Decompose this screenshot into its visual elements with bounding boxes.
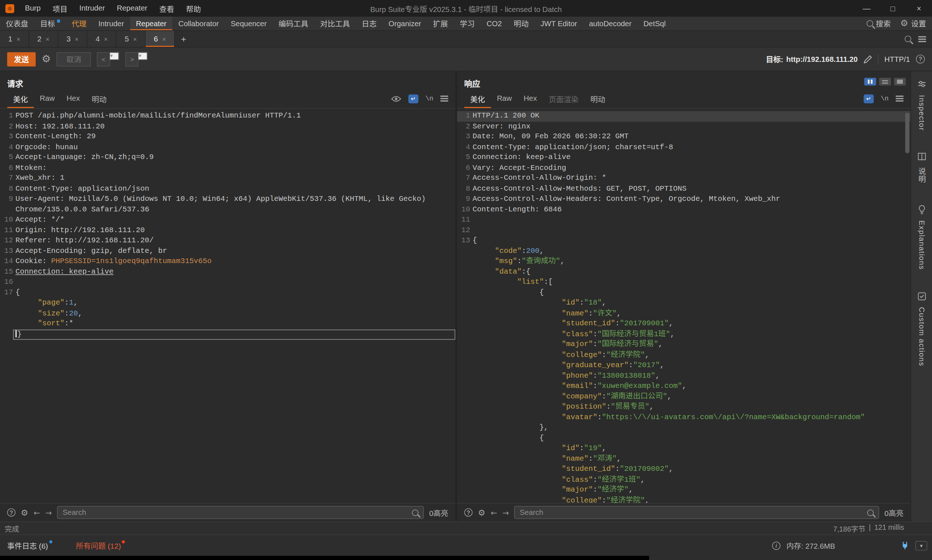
editor-line[interactable]: 10Content-Length: 6846 [457, 205, 910, 215]
editor-line[interactable]: } [0, 329, 455, 340]
editor-line[interactable]: "email":"xuwen@example.com", [457, 382, 910, 392]
editor-line[interactable]: 6Mtoken: [0, 163, 455, 174]
main-tab-sequencer[interactable]: Sequencer [225, 17, 272, 31]
repeater-tab-4[interactable]: 4× [87, 31, 117, 47]
main-tab-organizer[interactable]: Organizer [383, 17, 427, 31]
main-tab-extensions[interactable]: 扩展 [427, 17, 454, 31]
editor-line[interactable]: "data":{ [457, 267, 910, 278]
editor-line[interactable]: 13{ [457, 236, 910, 246]
main-tab-intruder[interactable]: Intruder [93, 17, 130, 31]
editor-line[interactable]: { [457, 288, 910, 298]
editor-line[interactable]: "position":"贸易专员", [457, 402, 910, 412]
editor-menu-icon[interactable] [440, 96, 448, 102]
main-tab-collaborator[interactable]: Collaborator [172, 17, 225, 31]
close-button[interactable]: × [906, 0, 932, 17]
main-tab-repeater[interactable]: Repeater [130, 17, 173, 31]
maximize-button[interactable]: □ [880, 0, 906, 17]
view-tab-hex[interactable]: Hex [61, 89, 86, 108]
close-tab-icon[interactable]: × [104, 35, 108, 43]
main-tab-mingdong[interactable]: 明动 [508, 17, 534, 31]
close-tab-icon[interactable]: × [46, 35, 49, 43]
editor-line[interactable]: 2Host: 192.168.111.20 [0, 122, 455, 132]
editor-line[interactable]: 11Origin: http://192.168.111.20 [0, 225, 455, 236]
http-version-dropdown[interactable]: HTTP/1 [884, 55, 910, 63]
editor-line[interactable]: 6Vary: Accept-Encoding [457, 163, 910, 174]
editor-line[interactable]: 10Accept: */* [0, 215, 455, 226]
editor-line[interactable]: 8Content-Type: application/json [0, 184, 455, 194]
help-icon[interactable]: ? [464, 508, 473, 517]
editor-line[interactable]: "student_id":"201709002", [457, 464, 910, 475]
editor-line[interactable]: 1HTTP/1.1 200 OK [457, 111, 910, 122]
request-editor[interactable]: 1POST /api.php/alumni-mobile/mailList/fi… [0, 109, 455, 503]
editor-line[interactable]: 12Referer: http://192.168.111.20/ [0, 236, 455, 246]
forward-button[interactable]: > [126, 52, 139, 66]
editor-line[interactable]: "list":[ [457, 277, 910, 288]
send-button[interactable]: 发送 [7, 52, 36, 66]
prev-match-icon[interactable]: ← [491, 508, 497, 517]
collapse-button[interactable]: ▾ [915, 541, 927, 550]
prev-match-icon[interactable]: ← [34, 508, 40, 517]
main-tab-detsql[interactable]: DetSql [637, 17, 671, 31]
close-tab-icon[interactable]: × [16, 35, 20, 43]
editor-line[interactable]: 16 [0, 277, 455, 288]
main-tab-proxy[interactable]: 代理 [66, 17, 92, 31]
editor-line[interactable]: { [457, 433, 910, 444]
editor-line[interactable]: "name":"许文", [457, 309, 910, 319]
editor-line[interactable]: "sort":* [0, 319, 455, 329]
editor-line[interactable]: "major":"经济学", [457, 485, 910, 495]
view-tab-mingdong[interactable]: 明动 [86, 89, 112, 108]
response-search-input[interactable] [520, 508, 867, 517]
main-tab-comparer[interactable]: 对比工具 [314, 17, 356, 31]
help-icon[interactable]: ? [7, 508, 15, 517]
editor-line[interactable]: "page":1, [0, 298, 455, 309]
main-tab-jwt-editor[interactable]: JWT Editor [535, 17, 583, 31]
close-tab-icon[interactable]: × [162, 35, 166, 43]
edit-target-icon[interactable] [864, 55, 872, 63]
layout-columns-button[interactable] [864, 78, 876, 86]
editor-line[interactable]: "avatar":"https:\/\/ui-avatars.com\/api\… [457, 412, 910, 423]
search-icon[interactable] [905, 35, 911, 42]
menu-project[interactable]: 项目 [46, 0, 73, 17]
editor-line[interactable]: "name":"邓涛", [457, 454, 910, 465]
editor-line[interactable]: 15Connection: keep-alive [0, 267, 455, 278]
editor-line[interactable]: 14Cookie: PHPSESSID=1ns1lgoeq9qafhtumam3… [0, 257, 455, 267]
cancel-button[interactable]: 取消 [56, 52, 91, 66]
send-settings-gear-icon[interactable]: ⚙ [42, 54, 51, 65]
editor-line[interactable]: }, [457, 423, 910, 433]
editor-line[interactable]: "college":"经济学院", [457, 495, 910, 503]
editor-line[interactable]: Chrome/135.0.0.0 Safari/537.36 [0, 205, 455, 215]
main-tab-learn[interactable]: 学习 [454, 17, 480, 31]
menu-intruder[interactable]: Intruder [73, 0, 111, 17]
editor-line[interactable]: "id":"19", [457, 443, 910, 454]
layout-single-button[interactable] [894, 78, 906, 86]
editor-line[interactable]: "phone":"13800138018", [457, 371, 910, 382]
search-settings-icon[interactable]: ⚙ [478, 508, 486, 517]
editor-line[interactable]: "student_id":"201709001", [457, 319, 910, 329]
wrap-icon[interactable]: ↵ [408, 94, 418, 103]
menu-icon[interactable] [918, 36, 926, 42]
view-tab-mingdong[interactable]: 明动 [585, 89, 611, 108]
close-tab-icon[interactable]: × [133, 35, 137, 43]
editor-line[interactable]: 8Access-Control-Allow-Methods: GET, POST… [457, 184, 910, 194]
view-tab-raw[interactable]: Raw [491, 89, 517, 108]
editor-line[interactable]: "class":"经济学1班", [457, 475, 910, 485]
editor-line[interactable]: "graduate_year":"2017", [457, 361, 910, 371]
editor-line[interactable]: "msg":"查询成功", [457, 257, 910, 267]
global-search-button[interactable]: 搜索 [866, 18, 891, 29]
search-settings-icon[interactable]: ⚙ [21, 508, 28, 517]
menu-repeater[interactable]: Repeater [111, 0, 153, 17]
main-tab-logger[interactable]: 日志 [356, 17, 383, 31]
editor-line[interactable]: "college":"经济学院", [457, 350, 910, 361]
view-tab-hex[interactable]: Hex [518, 89, 543, 108]
response-editor[interactable]: 1HTTP/1.1 200 OK2Server: nginx3Date: Mon… [457, 109, 910, 503]
editor-line[interactable]: 1POST /api.php/alumni-mobile/mailList/fi… [0, 111, 455, 122]
forward-dropdown-icon[interactable]: ▾ [139, 52, 148, 60]
editor-line[interactable]: 4Orgcode: hunau [0, 142, 455, 153]
repeater-tab-1[interactable]: 1× [0, 31, 29, 47]
menu-burp[interactable]: Burp [19, 0, 46, 17]
main-tab-autodecoder[interactable]: autoDecoder [583, 17, 637, 31]
editor-line[interactable]: "size":20, [0, 309, 455, 319]
request-search-input[interactable] [63, 508, 412, 517]
editor-line[interactable]: 2Server: nginx [457, 122, 910, 132]
main-tab-dashboard[interactable]: 仪表盘 [0, 17, 34, 31]
